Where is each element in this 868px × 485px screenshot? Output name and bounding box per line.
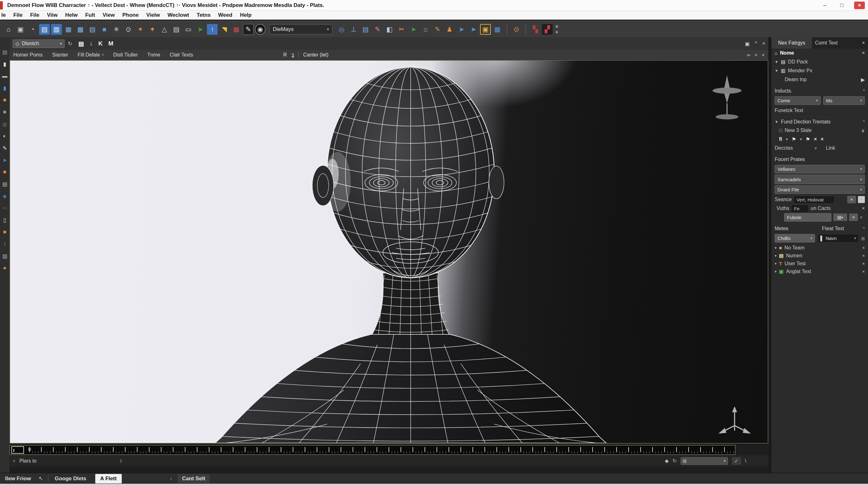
person-icon[interactable]: ♟ [444, 24, 455, 35]
menu-item[interactable]: File [30, 12, 39, 18]
select-tool-icon[interactable]: ▮ [1, 60, 9, 68]
hatch-tool-icon[interactable]: ▨ [1, 252, 9, 260]
grip-icon[interactable]: ▤ [1, 48, 9, 56]
snap-mode-icon[interactable]: ʓ [291, 52, 294, 58]
menu-item[interactable]: Vielw [146, 12, 160, 18]
close-icon[interactable]: × [814, 136, 817, 142]
approve-arrow-icon[interactable]: ➤ [195, 24, 206, 35]
flag-marker-icon[interactable]: M [108, 40, 113, 47]
doc-white-icon[interactable]: ▯ [1, 216, 9, 224]
comment-icon[interactable]: ▭ [183, 24, 194, 35]
layer-user-test[interactable]: ▾ T User Test × [772, 260, 868, 267]
close-icon[interactable]: × [555, 24, 559, 29]
navigation-gizmo-icon[interactable] [708, 73, 746, 121]
close-icon[interactable]: × [862, 269, 865, 274]
menu-item[interactable]: Phone [122, 12, 139, 18]
layer-no-team[interactable]: ▾ ■ No Team × [772, 244, 868, 252]
close-icon[interactable]: × [754, 52, 757, 57]
archive-icon[interactable]: ▣ [15, 24, 26, 35]
minimize-button[interactable]: – [820, 2, 830, 9]
fubole-field[interactable]: Fubole [784, 213, 831, 222]
menu-item[interactable]: Helw [65, 12, 78, 18]
close-icon[interactable]: × [862, 205, 865, 211]
stamp-icon[interactable]: ⊥ [348, 24, 359, 35]
orange-folder3-icon[interactable]: ■ [1, 228, 9, 236]
tree-item-mender-px[interactable]: ▼ ▥ Mender Px [772, 66, 868, 75]
grid-icon[interactable]: ▤ [861, 236, 865, 240]
chevron-down-icon[interactable]: ∨ [814, 146, 817, 150]
tree-item-dd-pack[interactable]: ▼ ▤ DD Pack [772, 57, 868, 66]
slash-icon[interactable]: \ [745, 458, 746, 464]
collapse-icon[interactable]: ^ [863, 226, 865, 231]
user-icon[interactable]: ◉ [255, 24, 266, 35]
confirm-button[interactable]: ✓ [732, 457, 741, 465]
menu-item[interactable]: Weed [218, 12, 232, 18]
orange-dot-icon[interactable]: ● [1, 264, 9, 272]
brush-icon[interactable]: ✎ [372, 24, 383, 35]
contrast-icon[interactable]: ◐ [1, 132, 9, 140]
skip-start-icon[interactable]: K [98, 40, 103, 47]
chdlis-dropdown[interactable]: Chdlis ▾ [775, 234, 815, 242]
folder-icon[interactable]: ■ [99, 24, 110, 35]
color-search-icon[interactable]: ⊙ [511, 24, 522, 35]
bird-blue-icon[interactable]: ➤ [1, 156, 9, 164]
gray-tool-icon[interactable]: ■ [1, 108, 9, 116]
copy-icon[interactable]: ▩ [75, 24, 86, 35]
power-icon[interactable]: ◎ [336, 24, 347, 35]
viewport-tab[interactable]: Clalr Texts ▾ [170, 52, 193, 58]
chevron-down-icon[interactable]: ∨ [861, 127, 865, 134]
close-icon[interactable]: × [821, 136, 824, 142]
pages-icon[interactable]: ▤ [171, 24, 182, 35]
red-tool-icon[interactable]: ✂ [1, 204, 9, 212]
burst-icon[interactable]: ✶ [135, 24, 146, 35]
caret-down-icon[interactable]: ▾ [775, 254, 777, 258]
collapse-icon[interactable]: ^ [755, 41, 757, 47]
navn-dropdown[interactable]: ▌ Navn ▾ [817, 234, 859, 242]
keyframe-diamond-icon[interactable]: ◆ [665, 458, 669, 464]
maximize-button[interactable]: □ [837, 2, 846, 9]
come-dropdown[interactable]: Come ▾ [775, 96, 821, 105]
file-icon[interactable]: ▤ [87, 24, 98, 35]
settings-gear-icon[interactable]: ✳ [111, 24, 122, 35]
refresh-icon[interactable]: ↻ [68, 40, 72, 47]
pin-button[interactable]: · [858, 196, 865, 203]
close-icon[interactable]: × [862, 245, 865, 250]
table-combo-button[interactable]: ▤ ▾ [833, 213, 847, 221]
flag-icon[interactable]: ⚑ [806, 136, 810, 142]
checkbox-icon[interactable]: □ [779, 127, 782, 133]
close-icon[interactable]: × [862, 261, 865, 266]
viewport-tab[interactable]: Sianter ▾ [52, 52, 68, 58]
close-icon[interactable]: × [762, 41, 765, 47]
expand-right-icon[interactable]: ▶ [861, 77, 865, 83]
search-icon[interactable]: ⊙ [123, 24, 134, 35]
scissors-icon[interactable]: ✂ [396, 24, 407, 35]
tab-cant-selt[interactable]: Cant Selt [178, 474, 210, 483]
lens-icon[interactable]: ◎ [1, 120, 9, 128]
upload-icon[interactable]: ↑ [207, 24, 218, 35]
layer-anglat-text[interactable]: ▾ ▣ Anglat Text × [772, 267, 868, 275]
tab-a-flett[interactable]: A Flett [95, 474, 122, 483]
burst-flag-icon[interactable]: ✶ [147, 24, 158, 35]
green-tool-icon[interactable]: ➤ [408, 24, 419, 35]
refresh-icon[interactable]: ↻ [673, 458, 677, 464]
section-inducts[interactable]: Inducts. ^ [772, 87, 868, 95]
chevron-down-icon[interactable]: ▾ [786, 137, 788, 141]
viewport-tab[interactable]: Homer Poms ▾ [13, 52, 42, 58]
seance-input[interactable]: Vert, Holovat [794, 196, 835, 204]
pencil-icon[interactable]: ✎ [243, 24, 254, 35]
new-slale-row[interactable]: □ New 3 Slale ∨ [772, 126, 868, 135]
dnant-file-dropdown[interactable]: Dnant File ▾ [775, 186, 865, 194]
tree-item-deam-inp[interactable]: Deam Inp ▶ [772, 75, 868, 84]
section-fund-dection[interactable]: ▼ Fund Dection Trentats ^ [772, 117, 868, 126]
caret-down-icon[interactable]: ▾ [775, 261, 777, 266]
lasso-icon[interactable]: △ [159, 24, 170, 35]
doc-gray-icon[interactable]: ▤ [1, 180, 9, 188]
slash-orange-icon[interactable]: / [1, 240, 9, 248]
r-mode-icon[interactable]: R [283, 52, 287, 58]
grid-icon[interactable]: ▦ [492, 24, 503, 35]
close-icon[interactable]: × [762, 52, 765, 57]
playback-dropdown[interactable]: ▤ ▾ [681, 457, 728, 465]
samcadels-dropdown[interactable]: Samcadels ▾ [775, 175, 865, 184]
wrench-icon[interactable]: ◥ [219, 24, 229, 35]
close-icon[interactable]: × [862, 253, 865, 258]
